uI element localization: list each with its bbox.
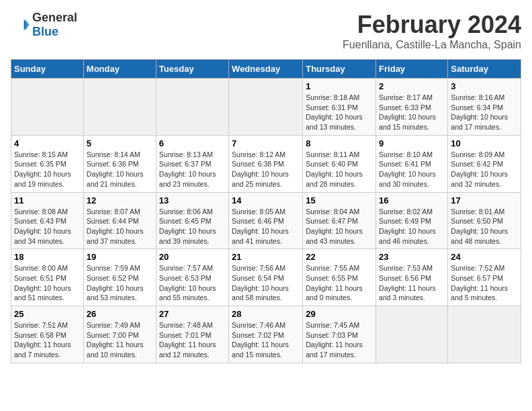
day-number: 26: [87, 309, 153, 319]
calendar-cell: 25Sunrise: 7:51 AM Sunset: 6:58 PM Dayli…: [11, 306, 84, 363]
day-info: Sunrise: 8:17 AM Sunset: 6:33 PM Dayligh…: [379, 93, 445, 132]
logo-icon: [11, 15, 30, 34]
calendar-cell: [376, 306, 448, 363]
day-info: Sunrise: 7:49 AM Sunset: 7:00 PM Dayligh…: [87, 320, 153, 360]
calendar-cell: 6Sunrise: 8:13 AM Sunset: 6:37 PM Daylig…: [156, 135, 228, 192]
day-number: 9: [379, 138, 445, 148]
day-info: Sunrise: 7:46 AM Sunset: 7:02 PM Dayligh…: [232, 320, 300, 360]
header-day-wednesday: Wednesday: [229, 60, 303, 79]
day-info: Sunrise: 7:55 AM Sunset: 6:55 PM Dayligh…: [306, 263, 373, 303]
day-number: 14: [232, 195, 300, 205]
calendar-cell: 18Sunrise: 8:00 AM Sunset: 6:51 PM Dayli…: [11, 249, 84, 306]
calendar-header-row: SundayMondayTuesdayWednesdayThursdayFrid…: [11, 60, 521, 79]
day-number: 10: [451, 138, 518, 148]
day-number: 4: [14, 138, 81, 148]
day-number: 5: [87, 138, 153, 148]
location-title: Fuenllana, Castille-La Mancha, Spain: [343, 39, 521, 51]
day-info: Sunrise: 8:09 AM Sunset: 6:42 PM Dayligh…: [451, 150, 518, 189]
calendar-cell: 8Sunrise: 8:11 AM Sunset: 6:40 PM Daylig…: [303, 135, 376, 192]
logo: General Blue: [11, 11, 77, 39]
calendar-cell: 2Sunrise: 8:17 AM Sunset: 6:33 PM Daylig…: [376, 79, 448, 136]
day-number: 24: [451, 252, 518, 262]
logo-text: General Blue: [32, 11, 77, 39]
calendar-week-5: 25Sunrise: 7:51 AM Sunset: 6:58 PM Dayli…: [11, 306, 521, 363]
day-info: Sunrise: 7:45 AM Sunset: 7:03 PM Dayligh…: [306, 320, 373, 360]
day-info: Sunrise: 7:59 AM Sunset: 6:52 PM Dayligh…: [87, 263, 153, 303]
calendar-cell: 15Sunrise: 8:04 AM Sunset: 6:47 PM Dayli…: [303, 192, 376, 249]
calendar-cell: 16Sunrise: 8:02 AM Sunset: 6:49 PM Dayli…: [376, 192, 448, 249]
calendar-cell: [156, 79, 228, 136]
day-number: 16: [379, 195, 445, 205]
day-info: Sunrise: 7:53 AM Sunset: 6:56 PM Dayligh…: [379, 263, 445, 303]
day-info: Sunrise: 7:52 AM Sunset: 6:57 PM Dayligh…: [451, 263, 518, 303]
day-number: 1: [306, 81, 373, 91]
day-number: 3: [451, 81, 518, 91]
calendar-cell: 3Sunrise: 8:16 AM Sunset: 6:34 PM Daylig…: [448, 79, 521, 136]
day-info: Sunrise: 8:01 AM Sunset: 6:50 PM Dayligh…: [451, 207, 518, 246]
day-number: 17: [451, 195, 518, 205]
calendar-cell: 12Sunrise: 8:07 AM Sunset: 6:44 PM Dayli…: [83, 192, 156, 249]
day-info: Sunrise: 8:05 AM Sunset: 6:46 PM Dayligh…: [232, 207, 300, 246]
day-info: Sunrise: 8:10 AM Sunset: 6:41 PM Dayligh…: [379, 150, 445, 189]
day-info: Sunrise: 8:15 AM Sunset: 6:35 PM Dayligh…: [14, 150, 81, 189]
calendar-cell: 27Sunrise: 7:48 AM Sunset: 7:01 PM Dayli…: [156, 306, 228, 363]
day-info: Sunrise: 7:57 AM Sunset: 6:53 PM Dayligh…: [159, 263, 226, 303]
day-info: Sunrise: 8:11 AM Sunset: 6:40 PM Dayligh…: [306, 150, 373, 189]
day-number: 15: [306, 195, 373, 205]
calendar-cell: 10Sunrise: 8:09 AM Sunset: 6:42 PM Dayli…: [448, 135, 521, 192]
day-number: 8: [306, 138, 373, 148]
calendar-week-1: 1Sunrise: 8:18 AM Sunset: 6:31 PM Daylig…: [11, 79, 521, 136]
calendar-cell: 23Sunrise: 7:53 AM Sunset: 6:56 PM Dayli…: [376, 249, 448, 306]
day-info: Sunrise: 8:07 AM Sunset: 6:44 PM Dayligh…: [87, 207, 153, 246]
day-info: Sunrise: 8:02 AM Sunset: 6:49 PM Dayligh…: [379, 207, 445, 246]
calendar-cell: 14Sunrise: 8:05 AM Sunset: 6:46 PM Dayli…: [229, 192, 303, 249]
day-info: Sunrise: 8:00 AM Sunset: 6:51 PM Dayligh…: [14, 263, 81, 303]
calendar-cell: 7Sunrise: 8:12 AM Sunset: 6:38 PM Daylig…: [229, 135, 303, 192]
svg-marker-1: [26, 19, 30, 31]
header-day-monday: Monday: [83, 60, 156, 79]
day-info: Sunrise: 8:04 AM Sunset: 6:47 PM Dayligh…: [306, 207, 373, 246]
calendar-cell: 5Sunrise: 8:14 AM Sunset: 6:36 PM Daylig…: [83, 135, 156, 192]
calendar-cell: [229, 79, 303, 136]
calendar-cell: 26Sunrise: 7:49 AM Sunset: 7:00 PM Dayli…: [83, 306, 156, 363]
header-day-sunday: Sunday: [11, 60, 84, 79]
header-day-saturday: Saturday: [448, 60, 521, 79]
day-info: Sunrise: 8:06 AM Sunset: 6:45 PM Dayligh…: [159, 207, 226, 246]
calendar-cell: 21Sunrise: 7:56 AM Sunset: 6:54 PM Dayli…: [229, 249, 303, 306]
day-info: Sunrise: 8:18 AM Sunset: 6:31 PM Dayligh…: [306, 93, 373, 132]
header: General Blue February 2024 Fuenllana, Ca…: [11, 11, 521, 51]
day-info: Sunrise: 8:14 AM Sunset: 6:36 PM Dayligh…: [87, 150, 153, 189]
day-info: Sunrise: 8:13 AM Sunset: 6:37 PM Dayligh…: [159, 150, 226, 189]
calendar-cell: 20Sunrise: 7:57 AM Sunset: 6:53 PM Dayli…: [156, 249, 228, 306]
calendar-table: SundayMondayTuesdayWednesdayThursdayFrid…: [11, 59, 521, 363]
day-number: 22: [306, 252, 373, 262]
day-number: 13: [159, 195, 226, 205]
day-number: 27: [159, 309, 226, 319]
calendar-cell: 4Sunrise: 8:15 AM Sunset: 6:35 PM Daylig…: [11, 135, 84, 192]
day-number: 6: [159, 138, 226, 148]
day-number: 21: [232, 252, 300, 262]
day-info: Sunrise: 7:56 AM Sunset: 6:54 PM Dayligh…: [232, 263, 300, 303]
day-info: Sunrise: 8:16 AM Sunset: 6:34 PM Dayligh…: [451, 93, 518, 132]
calendar-week-2: 4Sunrise: 8:15 AM Sunset: 6:35 PM Daylig…: [11, 135, 521, 192]
day-number: 25: [14, 309, 81, 319]
day-number: 12: [87, 195, 153, 205]
header-day-friday: Friday: [376, 60, 448, 79]
title-area: February 2024 Fuenllana, Castille-La Man…: [343, 11, 521, 51]
calendar-cell: 1Sunrise: 8:18 AM Sunset: 6:31 PM Daylig…: [303, 79, 376, 136]
header-day-tuesday: Tuesday: [156, 60, 228, 79]
calendar-cell: 11Sunrise: 8:08 AM Sunset: 6:43 PM Dayli…: [11, 192, 84, 249]
calendar-cell: [11, 79, 84, 136]
calendar-cell: 17Sunrise: 8:01 AM Sunset: 6:50 PM Dayli…: [448, 192, 521, 249]
calendar-cell: 24Sunrise: 7:52 AM Sunset: 6:57 PM Dayli…: [448, 249, 521, 306]
day-info: Sunrise: 7:48 AM Sunset: 7:01 PM Dayligh…: [159, 320, 226, 360]
day-info: Sunrise: 7:51 AM Sunset: 6:58 PM Dayligh…: [14, 320, 81, 360]
calendar-cell: [83, 79, 156, 136]
calendar-cell: 22Sunrise: 7:55 AM Sunset: 6:55 PM Dayli…: [303, 249, 376, 306]
month-title: February 2024: [343, 11, 521, 39]
calendar-cell: 28Sunrise: 7:46 AM Sunset: 7:02 PM Dayli…: [229, 306, 303, 363]
day-info: Sunrise: 8:12 AM Sunset: 6:38 PM Dayligh…: [232, 150, 300, 189]
calendar-cell: 19Sunrise: 7:59 AM Sunset: 6:52 PM Dayli…: [83, 249, 156, 306]
day-number: 29: [306, 309, 373, 319]
calendar-week-3: 11Sunrise: 8:08 AM Sunset: 6:43 PM Dayli…: [11, 192, 521, 249]
